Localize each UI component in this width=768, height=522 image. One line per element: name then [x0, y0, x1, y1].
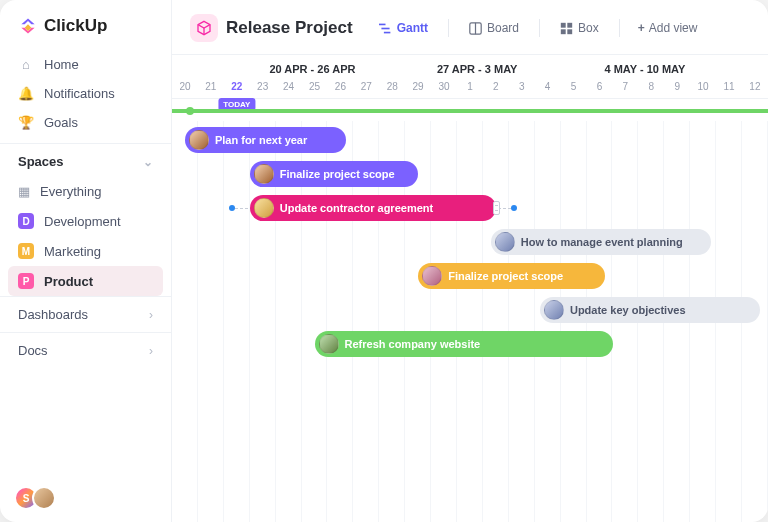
progress-fill	[172, 109, 768, 113]
gantt-icon	[379, 22, 392, 35]
gantt-task[interactable]: Refresh company website	[315, 331, 613, 357]
box-icon	[560, 22, 573, 35]
timeline-header: 20 APR - 26 APR27 APR - 3 MAY4 MAY - 10 …	[172, 55, 768, 121]
day-cell[interactable]: 25	[302, 77, 328, 98]
view-board-label: Board	[487, 21, 519, 35]
dashboards-label: Dashboards	[18, 307, 88, 322]
day-cell[interactable]: 12	[742, 77, 768, 98]
svg-rect-0	[379, 23, 386, 25]
svg-rect-5	[561, 22, 566, 27]
view-tab-gantt[interactable]: Gantt	[371, 17, 436, 39]
section-docs[interactable]: Docs ›	[0, 332, 171, 368]
home-icon: ⌂	[18, 57, 34, 72]
spaces-label: Spaces	[18, 154, 64, 169]
chevron-right-icon: ›	[149, 344, 153, 358]
brand-name: ClickUp	[44, 16, 107, 36]
assignee-avatar	[254, 164, 274, 184]
day-cell[interactable]: 22TODAY	[224, 77, 250, 98]
view-tab-box[interactable]: Box	[552, 17, 607, 39]
space-development-label: Development	[44, 214, 121, 229]
nav-goals[interactable]: 🏆 Goals	[8, 108, 163, 137]
gantt-task[interactable]: Update key objectives	[540, 297, 760, 323]
day-cell[interactable]: 23	[250, 77, 276, 98]
spaces-header[interactable]: Spaces ⌄	[0, 143, 171, 177]
assignee-avatar	[544, 300, 564, 320]
add-view-label: Add view	[649, 21, 698, 35]
project-title: Release Project	[226, 18, 353, 38]
day-cell[interactable]: 8	[638, 77, 664, 98]
day-cell[interactable]: 4	[535, 77, 561, 98]
docs-label: Docs	[18, 343, 48, 358]
divider	[448, 19, 449, 37]
add-view-button[interactable]: + Add view	[632, 17, 704, 39]
day-cell[interactable]: 26	[327, 77, 353, 98]
task-label: How to manage event planning	[521, 236, 683, 248]
user-avatar-2[interactable]	[32, 486, 56, 510]
project-icon	[190, 14, 218, 42]
nav-home[interactable]: ⌂ Home	[8, 50, 163, 79]
assignee-avatar	[189, 130, 209, 150]
space-development[interactable]: D Development	[8, 206, 163, 236]
day-cell[interactable]: 6	[587, 77, 613, 98]
task-label: Update key objectives	[570, 304, 686, 316]
day-cell[interactable]: 10	[690, 77, 716, 98]
section-dashboards[interactable]: Dashboards ›	[0, 296, 171, 332]
space-everything[interactable]: ▦ Everything	[8, 177, 163, 206]
dependency-dot[interactable]	[511, 205, 517, 211]
task-label: Finalize project scope	[448, 270, 563, 282]
day-cell[interactable]: 21	[198, 77, 224, 98]
resize-handle[interactable]	[493, 201, 500, 215]
nav-home-label: Home	[44, 57, 79, 72]
trophy-icon: 🏆	[18, 115, 34, 130]
assignee-avatar	[319, 334, 339, 354]
divider	[619, 19, 620, 37]
day-cell[interactable]: 5	[561, 77, 587, 98]
gantt-task[interactable]: How to manage event planning	[491, 229, 711, 255]
day-cell[interactable]: 20	[172, 77, 198, 98]
brand-logo: ClickUp	[0, 16, 171, 50]
gantt-chart: Plan for next yearFinalize project scope…	[172, 121, 768, 522]
svg-rect-8	[567, 29, 572, 34]
assignee-avatar	[422, 266, 442, 286]
progress-start-dot	[186, 107, 194, 115]
space-marketing-label: Marketing	[44, 244, 101, 259]
gantt-task[interactable]: Finalize project scope	[250, 161, 418, 187]
day-cell[interactable]: 30	[431, 77, 457, 98]
day-cell[interactable]: 28	[379, 77, 405, 98]
task-label: Plan for next year	[215, 134, 307, 146]
svg-rect-7	[561, 29, 566, 34]
day-cell[interactable]: 2	[483, 77, 509, 98]
day-row: 202122TODAY23242526272829301234567891011…	[172, 77, 768, 99]
day-cell[interactable]: 27	[353, 77, 379, 98]
view-tab-board[interactable]: Board	[461, 17, 527, 39]
gantt-task[interactable]: Plan for next year	[185, 127, 346, 153]
gantt-task[interactable]: Update contractor agreement	[250, 195, 496, 221]
grid-icon: ▦	[18, 184, 30, 199]
space-product[interactable]: P Product	[8, 266, 163, 296]
day-cell[interactable]: 29	[405, 77, 431, 98]
gantt-task[interactable]: Finalize project scope	[418, 263, 605, 289]
day-cell[interactable]: 1	[457, 77, 483, 98]
day-cell[interactable]: 11	[716, 77, 742, 98]
clickup-logo-icon	[18, 16, 38, 36]
sidebar-footer-avatars: S	[0, 486, 171, 510]
date-range-label: 27 APR - 3 MAY	[433, 63, 601, 75]
space-marketing[interactable]: M Marketing	[8, 236, 163, 266]
space-badge-d: D	[18, 213, 34, 229]
spaces-list: ▦ Everything D Development M Marketing P…	[0, 177, 171, 296]
nav-goals-label: Goals	[44, 115, 78, 130]
sidebar: ClickUp ⌂ Home 🔔 Notifications 🏆 Goals S…	[0, 0, 172, 522]
day-cell[interactable]: 24	[276, 77, 302, 98]
space-badge-m: M	[18, 243, 34, 259]
day-cell[interactable]: 3	[509, 77, 535, 98]
main-nav: ⌂ Home 🔔 Notifications 🏆 Goals	[0, 50, 171, 137]
space-badge-p: P	[18, 273, 34, 289]
plus-icon: +	[638, 21, 645, 35]
day-cell[interactable]: 7	[612, 77, 638, 98]
svg-rect-6	[567, 22, 572, 27]
day-cell[interactable]: 9	[664, 77, 690, 98]
nav-notifications[interactable]: 🔔 Notifications	[8, 79, 163, 108]
date-range-row: 20 APR - 26 APR27 APR - 3 MAY4 MAY - 10 …	[172, 55, 768, 77]
task-label: Update contractor agreement	[280, 202, 433, 214]
date-range-label: 20 APR - 26 APR	[172, 63, 433, 75]
